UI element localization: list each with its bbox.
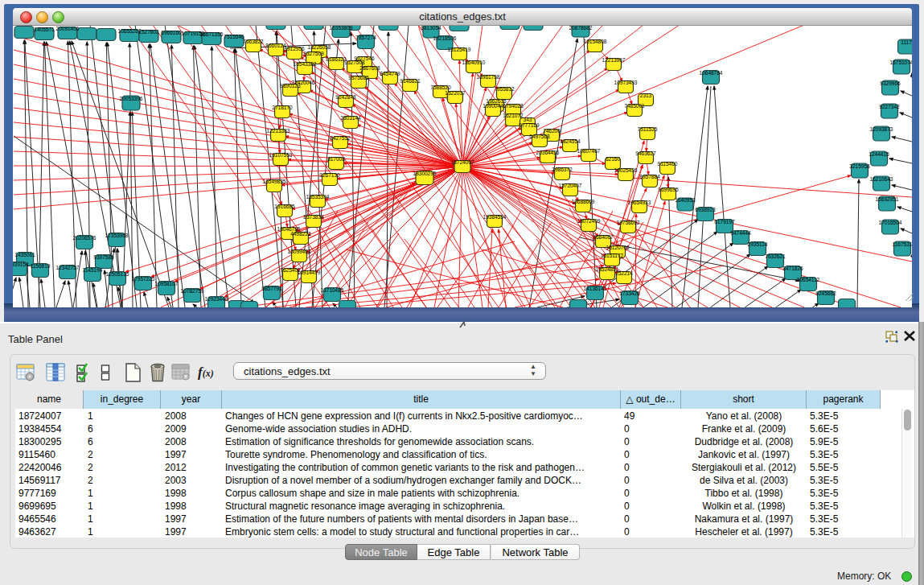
svg-text:16151172: 16151172: [601, 253, 624, 258]
svg-text:17016504: 17016504: [879, 220, 902, 225]
svg-text:9397586: 9397586: [93, 254, 114, 260]
svg-text:9242848: 9242848: [335, 94, 356, 100]
svg-text:12923446: 12923446: [205, 296, 228, 302]
svg-text:9375685: 9375685: [348, 75, 369, 80]
svg-text:19218506: 19218506: [433, 35, 457, 41]
svg-text:12505135: 12505135: [106, 271, 129, 277]
svg-text:12342757: 12342757: [56, 265, 80, 270]
svg-text:10688609: 10688609: [572, 199, 595, 204]
svg-text:343: 343: [524, 117, 532, 122]
svg-text:19384554: 19384554: [483, 214, 507, 220]
svg-text:20206576: 20206576: [73, 235, 97, 241]
svg-text:16099463: 16099463: [288, 249, 311, 254]
svg-text:1145194: 1145194: [83, 267, 103, 273]
svg-text:18226058: 18226058: [308, 44, 331, 50]
svg-text:10973493: 10973493: [614, 80, 638, 85]
svg-text:3267130: 3267130: [319, 172, 340, 178]
svg-text:9474444: 9474444: [730, 230, 751, 236]
svg-text:12213383: 12213383: [267, 128, 290, 134]
svg-text:1640953: 1640953: [675, 197, 696, 203]
svg-text:6966160: 6966160: [161, 30, 182, 35]
svg-text:8454749: 8454749: [380, 71, 400, 76]
svg-text:3215958: 3215958: [849, 163, 870, 169]
svg-text:1621072: 1621072: [503, 113, 524, 118]
svg-text:1527602: 1527602: [138, 29, 159, 35]
svg-text:13535394: 13535394: [306, 194, 330, 200]
svg-text:1939154: 1939154: [13, 262, 29, 267]
svg-text:8912956: 8912956: [284, 46, 305, 51]
svg-text:19758692: 19758692: [617, 220, 640, 225]
svg-text:19654923: 19654923: [628, 200, 651, 205]
svg-text:20364436: 20364436: [536, 150, 560, 155]
svg-text:16120766: 16120766: [606, 245, 630, 250]
svg-text:7515546: 7515546: [224, 34, 244, 39]
svg-text:10807487: 10807487: [577, 148, 601, 154]
svg-text:9245682: 9245682: [815, 290, 836, 296]
svg-text:2986372: 2986372: [552, 167, 573, 172]
svg-text:7588520: 7588520: [430, 84, 451, 90]
svg-text:1405571: 1405571: [34, 27, 55, 32]
svg-text:13710485: 13710485: [321, 287, 344, 293]
svg-text:16107553: 16107553: [269, 152, 293, 158]
svg-text:15720407: 15720407: [559, 183, 582, 188]
svg-text:1117: 1117: [901, 39, 912, 45]
svg-text:14136141: 14136141: [584, 286, 607, 291]
svg-text:6179197: 6179197: [714, 219, 735, 225]
svg-text:17957225: 17957225: [132, 276, 155, 282]
svg-text:10154808: 10154808: [584, 39, 607, 44]
svg-text:6794028: 6794028: [503, 103, 524, 109]
svg-text:16549835: 16549835: [263, 179, 286, 184]
svg-text:8427552: 8427552: [330, 135, 351, 141]
svg-text:7857274: 7857274: [355, 35, 376, 40]
svg-text:1733426: 1733426: [619, 290, 640, 296]
svg-text:817008: 817008: [327, 156, 345, 162]
svg-text:16961758: 16961758: [477, 74, 500, 80]
svg-text:9329966: 9329966: [880, 80, 901, 86]
svg-text:2803144: 2803144: [340, 115, 361, 121]
svg-text:20091406: 20091406: [56, 26, 80, 31]
svg-text:62160: 62160: [606, 156, 620, 162]
svg-text:16914479: 16914479: [298, 270, 321, 275]
svg-text:2313: 2313: [640, 93, 652, 98]
svg-text:8471826: 8471826: [782, 266, 803, 271]
svg-text:9777169: 9777169: [519, 122, 540, 128]
svg-text:9857791: 9857791: [261, 286, 282, 291]
svg-text:12213967: 12213967: [602, 57, 626, 63]
svg-text:9327509: 9327509: [303, 51, 324, 56]
svg-text:20053396: 20053396: [120, 96, 143, 101]
svg-text:9684067: 9684067: [593, 234, 614, 240]
svg-text:9463627: 9463627: [635, 150, 656, 156]
svg-text:746206: 746206: [543, 128, 561, 134]
svg-text:4498222: 4498222: [290, 231, 311, 237]
svg-text:6497568: 6497568: [529, 134, 550, 139]
svg-text:15751074: 15751074: [890, 60, 912, 65]
svg-text:16671355: 16671355: [200, 31, 224, 37]
svg-text:2718170: 2718170: [272, 105, 293, 110]
svg-text:16210643: 16210643: [870, 176, 893, 182]
svg-text:7632621: 7632621: [765, 253, 786, 259]
svg-text:10025436: 10025436: [614, 167, 638, 173]
svg-text:2867608: 2867608: [359, 65, 380, 71]
svg-text:1167531: 1167531: [893, 241, 912, 247]
svg-text:1156819: 1156819: [31, 263, 51, 269]
svg-text:16543382: 16543382: [294, 61, 317, 67]
svg-text:9327508: 9327508: [344, 60, 365, 65]
svg-text:1824554: 1824554: [560, 138, 581, 144]
svg-text:9699695: 9699695: [658, 187, 679, 192]
svg-text:9115460: 9115460: [658, 161, 678, 167]
svg-text:2935114: 2935114: [748, 241, 768, 247]
svg-text:1435061: 1435061: [14, 252, 35, 257]
svg-text:7955812: 7955812: [494, 86, 515, 92]
svg-text:8660124: 8660124: [265, 43, 286, 48]
svg-text:1916685: 1916685: [274, 204, 295, 209]
svg-text:10782759: 10782759: [181, 288, 204, 294]
svg-text:10958107: 10958107: [155, 281, 179, 286]
svg-text:8186323: 8186323: [326, 56, 347, 62]
svg-text:1322037: 1322037: [445, 90, 466, 96]
svg-text:6938923: 6938923: [695, 207, 716, 212]
svg-text:7663822: 7663822: [243, 39, 264, 44]
svg-text:17353968: 17353968: [105, 233, 129, 238]
svg-text:10654112: 10654112: [797, 277, 820, 282]
svg-text:13125419: 13125419: [448, 47, 471, 52]
svg-text:18640910: 18640910: [462, 60, 486, 65]
